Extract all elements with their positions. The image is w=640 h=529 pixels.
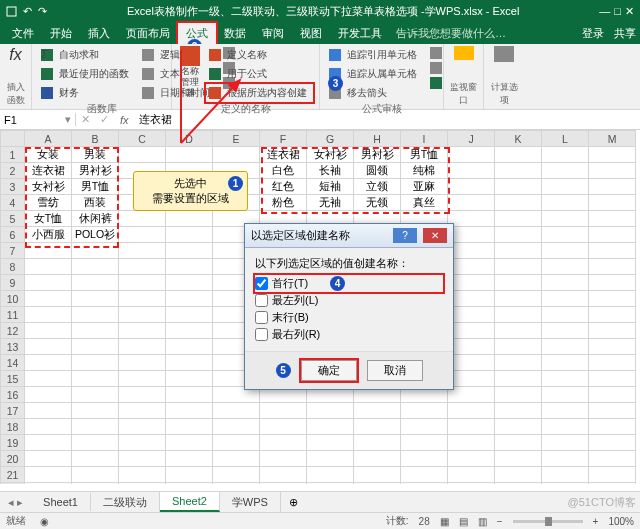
cell[interactable] xyxy=(25,451,72,467)
cell[interactable] xyxy=(166,291,213,307)
col-header[interactable]: J xyxy=(448,131,495,147)
name-manager-button[interactable]: 名称 管理器 xyxy=(178,46,202,99)
cell[interactable] xyxy=(495,371,542,387)
cell[interactable] xyxy=(448,419,495,435)
cell[interactable] xyxy=(589,227,636,243)
row-header[interactable]: 21 xyxy=(1,467,25,483)
cell[interactable] xyxy=(495,307,542,323)
col-header[interactable]: F xyxy=(260,131,307,147)
cell[interactable]: 女T恤 xyxy=(25,211,72,227)
cell[interactable] xyxy=(495,339,542,355)
cell[interactable] xyxy=(448,275,495,291)
tab-dev[interactable]: 开发工具 xyxy=(330,23,390,44)
cell[interactable] xyxy=(119,275,166,291)
cell[interactable] xyxy=(119,243,166,259)
cell[interactable]: 长袖 xyxy=(307,163,354,179)
view-normal-icon[interactable]: ▦ xyxy=(440,516,449,527)
cell[interactable] xyxy=(72,371,119,387)
cell[interactable]: 西装 xyxy=(72,195,119,211)
cell[interactable] xyxy=(542,403,589,419)
cell[interactable] xyxy=(542,179,589,195)
cell[interactable] xyxy=(166,147,213,163)
row-header[interactable]: 5 xyxy=(1,211,25,227)
row-header[interactable]: 19 xyxy=(1,435,25,451)
cell[interactable] xyxy=(213,403,260,419)
cell[interactable] xyxy=(542,163,589,179)
cell[interactable] xyxy=(166,259,213,275)
cell[interactable] xyxy=(119,483,166,485)
cell[interactable] xyxy=(166,435,213,451)
evaluate-icon[interactable] xyxy=(427,76,445,90)
cell[interactable]: 小西服 xyxy=(25,227,72,243)
cell[interactable]: 粉色 xyxy=(260,195,307,211)
cell[interactable] xyxy=(495,227,542,243)
cell[interactable] xyxy=(401,435,448,451)
cell[interactable] xyxy=(495,323,542,339)
cell[interactable]: 真丝 xyxy=(401,195,448,211)
use-in-formula-button[interactable]: 用于公式 xyxy=(206,65,313,83)
cell[interactable] xyxy=(213,483,260,485)
cell[interactable] xyxy=(589,419,636,435)
cell[interactable] xyxy=(72,451,119,467)
cell[interactable] xyxy=(119,147,166,163)
cell[interactable] xyxy=(589,371,636,387)
cell[interactable] xyxy=(542,243,589,259)
cell[interactable] xyxy=(119,467,166,483)
cell[interactable] xyxy=(448,259,495,275)
cell[interactable] xyxy=(448,179,495,195)
cell[interactable] xyxy=(589,211,636,227)
cell[interactable] xyxy=(495,467,542,483)
cell[interactable] xyxy=(542,371,589,387)
row-header[interactable]: 3 xyxy=(1,179,25,195)
cell[interactable] xyxy=(448,451,495,467)
cell[interactable] xyxy=(307,419,354,435)
cell[interactable] xyxy=(119,451,166,467)
col-header[interactable]: G xyxy=(307,131,354,147)
cell[interactable]: 亚麻 xyxy=(401,179,448,195)
cell[interactable]: 无领 xyxy=(354,195,401,211)
watch-window-button[interactable] xyxy=(450,46,477,60)
close-icon[interactable]: ✕ xyxy=(625,5,634,18)
cell[interactable] xyxy=(72,355,119,371)
cell[interactable] xyxy=(589,147,636,163)
row-header[interactable]: 22 xyxy=(1,483,25,485)
cell[interactable] xyxy=(166,355,213,371)
trace-precedents-button[interactable]: 追踪引用单元格 xyxy=(326,46,423,64)
cell[interactable] xyxy=(495,387,542,403)
cell[interactable] xyxy=(542,467,589,483)
cell[interactable] xyxy=(72,419,119,435)
checkbox-top-row[interactable] xyxy=(255,277,268,290)
cell[interactable] xyxy=(25,387,72,403)
cell[interactable] xyxy=(495,355,542,371)
create-from-selection-button[interactable]: 根据所选内容创建 xyxy=(206,84,313,102)
cell[interactable]: 白色 xyxy=(260,163,307,179)
cell[interactable] xyxy=(72,291,119,307)
row-header[interactable]: 1 xyxy=(1,147,25,163)
cell[interactable] xyxy=(542,355,589,371)
show-formulas-icon[interactable] xyxy=(427,46,445,60)
cell[interactable] xyxy=(448,435,495,451)
cell[interactable] xyxy=(119,387,166,403)
cancel-button[interactable]: 取消 xyxy=(367,360,423,381)
cell[interactable] xyxy=(166,339,213,355)
dialog-help-button[interactable]: ? xyxy=(393,228,417,243)
cell[interactable] xyxy=(542,307,589,323)
cell[interactable] xyxy=(542,275,589,291)
new-sheet-button[interactable]: ⊕ xyxy=(281,496,306,509)
sheet-nav-icon[interactable]: ◂ ▸ xyxy=(0,496,31,509)
cell[interactable] xyxy=(119,355,166,371)
signin-link[interactable]: 登录 xyxy=(582,26,604,41)
cell[interactable] xyxy=(448,195,495,211)
cell[interactable] xyxy=(589,355,636,371)
row-header[interactable]: 13 xyxy=(1,339,25,355)
cell[interactable] xyxy=(542,483,589,485)
col-header[interactable]: D xyxy=(166,131,213,147)
cell[interactable] xyxy=(354,451,401,467)
row-header[interactable]: 8 xyxy=(1,259,25,275)
cell[interactable] xyxy=(542,419,589,435)
cell[interactable]: 圆领 xyxy=(354,163,401,179)
cell[interactable]: 连衣裙 xyxy=(25,163,72,179)
cell[interactable]: 短袖 xyxy=(307,179,354,195)
cell[interactable] xyxy=(495,179,542,195)
tab-review[interactable]: 审阅 xyxy=(254,23,292,44)
